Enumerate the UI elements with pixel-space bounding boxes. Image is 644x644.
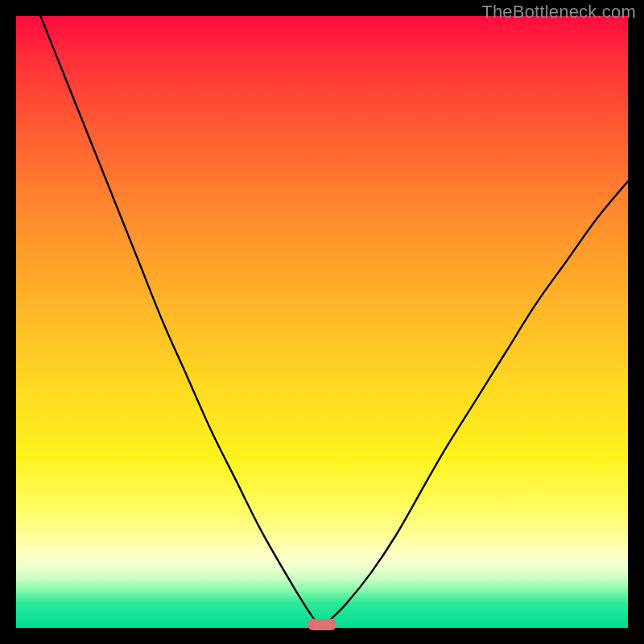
- curve-right-branch: [328, 181, 628, 621]
- chart-frame: TheBottleneck.com: [0, 0, 644, 644]
- bottleneck-curve: [16, 16, 628, 628]
- plot-area: [16, 16, 628, 628]
- optimal-point-marker: [308, 619, 336, 630]
- curve-left-branch: [40, 16, 316, 621]
- watermark-text: TheBottleneck.com: [481, 2, 636, 23]
